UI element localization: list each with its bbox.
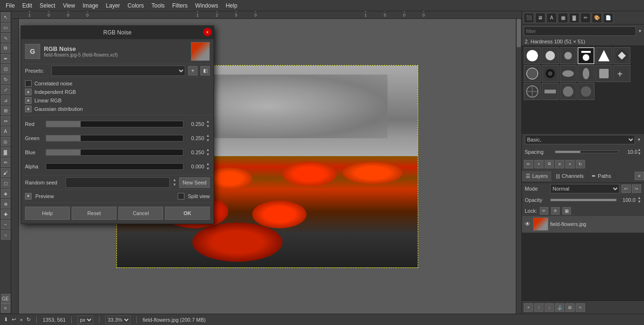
preset-dropdown-arrow[interactable]: ▼: [637, 137, 641, 142]
tool-fuzzy-select[interactable]: ⧉: [1, 43, 10, 53]
correlated-noise-checkbox[interactable]: [25, 80, 32, 87]
brush-item[interactable]: [542, 65, 559, 82]
brush-item[interactable]: [542, 83, 559, 100]
channels-tab[interactable]: ||| Channels: [552, 171, 588, 181]
tool-rect-select[interactable]: ▭: [1, 23, 10, 32]
cancel-button[interactable]: Cancel: [118, 207, 163, 220]
tool-x[interactable]: ×: [1, 303, 10, 313]
blue-down-arrow[interactable]: ▼: [206, 152, 210, 157]
tool-pencil[interactable]: ✏: [1, 158, 10, 167]
brush-item[interactable]: [578, 47, 594, 64]
lower-layer-btn[interactable]: ↓: [545, 303, 554, 312]
layers-tab[interactable]: ☰ Layers: [522, 171, 552, 181]
seed-up-arrow[interactable]: ▲: [173, 178, 176, 183]
layer-edit-btn[interactable]: ✏: [524, 160, 533, 168]
reset-button[interactable]: Reset: [72, 207, 116, 220]
presets-add-button[interactable]: +: [188, 66, 198, 75]
blue-up-arrow[interactable]: ▲: [206, 148, 210, 152]
document-icon[interactable]: 📄: [603, 13, 613, 23]
tool-airbrush[interactable]: ◈: [1, 189, 10, 198]
menu-filters[interactable]: Filters: [168, 1, 191, 10]
presets-del-button[interactable]: ◧: [200, 66, 210, 75]
brush-item[interactable]: [560, 47, 577, 64]
preview-checkbox[interactable]: [25, 193, 32, 200]
opacity-slider[interactable]: [550, 199, 617, 201]
layer-visibility-icon[interactable]: 👁: [524, 220, 531, 228]
palette-icon[interactable]: 🎨: [592, 13, 602, 23]
merge-layer-btn[interactable]: ⊞: [565, 303, 575, 312]
tool-eraser[interactable]: ◻: [1, 178, 10, 188]
alpha-slider[interactable]: [46, 163, 183, 170]
tool-geo[interactable]: GE: [1, 294, 10, 303]
tool-gradient[interactable]: ▓: [1, 147, 10, 157]
scroll-thumb-v[interactable]: [517, 19, 521, 47]
menu-help[interactable]: Help: [222, 1, 241, 10]
new-seed-button[interactable]: New Seed: [179, 177, 210, 188]
gradient-icon[interactable]: ▓: [569, 13, 579, 23]
green-down-arrow[interactable]: ▼: [206, 138, 210, 143]
mode-select[interactable]: Normal: [550, 184, 619, 193]
tool-dodge[interactable]: ○: [1, 230, 10, 240]
preset-select-dropdown[interactable]: Basic,: [525, 135, 635, 144]
layer-redo-btn[interactable]: ↪: [632, 184, 641, 193]
delete-layer-btn[interactable]: ×: [576, 303, 585, 312]
tool-text[interactable]: A: [1, 126, 10, 136]
lock-pixels-btn[interactable]: ✏: [540, 207, 548, 215]
menu-tools[interactable]: Tools: [148, 1, 168, 10]
gaussian-checkbox[interactable]: [25, 106, 32, 112]
brush-filter-input[interactable]: [524, 26, 636, 36]
independent-rgb-checkbox[interactable]: [25, 89, 32, 95]
spacing-down-arrow[interactable]: ▼: [637, 152, 641, 156]
tool-arrow[interactable]: ↖: [1, 12, 10, 22]
pencil-icon[interactable]: ✏: [580, 13, 591, 23]
alpha-down-arrow[interactable]: ▼: [206, 167, 210, 171]
reset-icon[interactable]: ↻: [26, 317, 31, 323]
ok-button[interactable]: OK: [165, 207, 210, 220]
tool-color-picker[interactable]: ✒: [1, 54, 10, 63]
green-up-arrow[interactable]: ▲: [206, 133, 210, 138]
brush-item[interactable]: [595, 65, 612, 82]
menu-select[interactable]: Select: [36, 1, 59, 10]
tool-clone[interactable]: ⊕: [1, 199, 10, 208]
menu-layer[interactable]: Layer: [102, 1, 124, 10]
tool-rotate[interactable]: ↻: [1, 75, 10, 84]
brush-item[interactable]: [595, 47, 612, 64]
red-up-arrow[interactable]: ▲: [206, 119, 210, 124]
menu-windows[interactable]: Windows: [191, 1, 222, 10]
color-mode-icon[interactable]: ⬛: [524, 13, 534, 23]
brush-item[interactable]: +: [613, 65, 630, 82]
tool-crop[interactable]: ⊡: [1, 64, 10, 74]
red-down-arrow[interactable]: ▼: [206, 124, 210, 129]
pattern-icon[interactable]: ▦: [558, 13, 568, 23]
blue-slider[interactable]: [46, 149, 183, 156]
split-view-checkbox[interactable]: [178, 193, 184, 200]
seed-input[interactable]: 0: [66, 177, 170, 188]
brush-item[interactable]: [613, 47, 630, 64]
menu-colors[interactable]: Colors: [124, 1, 148, 10]
menu-view[interactable]: View: [59, 1, 79, 10]
brush-item[interactable]: [524, 83, 541, 100]
undo-icon[interactable]: ↩: [12, 317, 16, 323]
lock-position-btn[interactable]: ✛: [551, 207, 560, 215]
brush-item[interactable]: [560, 65, 577, 82]
tool-perspective[interactable]: ⊞: [1, 106, 10, 115]
zoom-select[interactable]: 33.3%: [105, 316, 131, 324]
linear-rgb-checkbox[interactable]: [25, 97, 32, 104]
raise-layer-btn[interactable]: ↑: [534, 303, 544, 312]
dialog-close-button[interactable]: ×: [203, 28, 212, 36]
layer-duplicate-btn[interactable]: ⧉: [545, 160, 554, 168]
menu-file[interactable]: File: [2, 1, 18, 10]
layers-panel-menu[interactable]: ≡: [635, 172, 644, 180]
display-icon[interactable]: 🖥: [535, 13, 545, 23]
presets-select[interactable]: [51, 66, 185, 76]
unit-select[interactable]: px: [77, 316, 93, 324]
layer-refresh-btn[interactable]: ↻: [576, 160, 585, 168]
tool-shear[interactable]: ⊿: [1, 95, 10, 105]
paths-tab[interactable]: ✒ Paths: [588, 171, 615, 181]
tool-scale[interactable]: ⤢: [1, 85, 10, 94]
filter-dropdown-icon[interactable]: ▼: [638, 29, 642, 33]
brush-item[interactable]: [524, 47, 541, 64]
menu-edit[interactable]: Edit: [18, 1, 36, 10]
layer-undo-btn[interactable]: ↩: [621, 184, 631, 193]
tool-flip[interactable]: ⇔: [1, 116, 10, 125]
